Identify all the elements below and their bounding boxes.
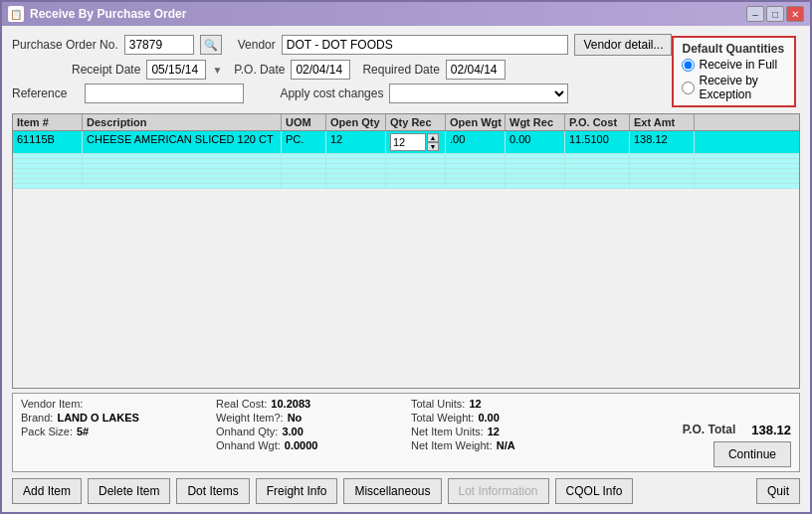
po-number-input[interactable] (124, 35, 194, 55)
cell-po-cost (565, 179, 630, 183)
bottom-section: Vendor Item: Brand: LAND O LAKES Pack Si… (12, 393, 800, 472)
cell-qty-rec (386, 154, 446, 158)
net-item-units-row: Net Item Units: 12 (411, 426, 596, 437)
po-search-button[interactable]: 🔍 (200, 35, 222, 55)
onhand-wgt-row: Onhand Wgt: 0.0000 (216, 439, 401, 451)
freight-info-button[interactable]: Freight Info (256, 478, 338, 504)
net-item-weight-label: Net Item Weight: (411, 439, 493, 451)
cell-qty-rec (386, 179, 446, 183)
cell-uom (282, 154, 326, 158)
cell-description (83, 164, 282, 168)
po-date-label: P.O. Date (234, 63, 285, 77)
cell-qty-rec[interactable]: ▲▼ (386, 131, 446, 153)
apply-cost-label: Apply cost changes (280, 86, 383, 100)
cell-wgt-rec (506, 179, 565, 183)
total-units-label: Total Units: (411, 398, 465, 410)
total-weight-row: Total Weight: 0.00 (411, 412, 596, 424)
receipt-date-input[interactable] (146, 60, 206, 80)
net-item-units-value: 12 (488, 426, 500, 437)
vendor-name-input[interactable] (282, 35, 569, 55)
cell-wgt-rec: 0.00 (506, 131, 565, 153)
info-col-1: Vendor Item: Brand: LAND O LAKES Pack Si… (21, 398, 206, 467)
cell-open-wgt (446, 164, 506, 168)
col-open-qty: Open Qty (326, 114, 386, 130)
receive-full-radio[interactable] (682, 59, 695, 72)
grid-body: 61115BCHEESE AMERICAN SLICED 120 CTPC.12… (13, 131, 799, 189)
cell-uom (282, 164, 326, 168)
receive-exception-label: Receive by Exception (699, 74, 786, 101)
vendor-detail-button[interactable]: Vendor detail... (574, 34, 672, 56)
lot-information-button[interactable]: Lot Information (448, 478, 549, 504)
col-po-cost: P.O. Cost (565, 114, 630, 130)
cell-item (13, 164, 83, 168)
delete-item-button[interactable]: Delete Item (88, 478, 170, 504)
real-cost-label: Real Cost: (216, 398, 267, 410)
cell-ext-amt (630, 169, 695, 173)
vendor-item-row: Vendor Item: (21, 398, 206, 410)
qty-rec-input[interactable] (390, 133, 426, 151)
onhand-qty-row: Onhand Qty: 3.00 (216, 426, 401, 437)
title-bar: 📋 Receive By Purchase Order – □ ✕ (2, 2, 810, 26)
cell-open-wgt (446, 174, 506, 178)
cell-item (13, 174, 83, 178)
cell-po-cost (565, 164, 630, 168)
main-window: 📋 Receive By Purchase Order – □ ✕ Purcha… (0, 0, 812, 514)
miscellaneous-button[interactable]: Miscellaneous (343, 478, 441, 504)
cell-wgt-rec (506, 154, 565, 158)
continue-button[interactable]: Continue (713, 441, 791, 467)
col-qty-rec: Qty Rec (386, 114, 446, 130)
cell-open-wgt (446, 184, 506, 188)
receive-exception-radio[interactable] (682, 82, 695, 94)
cell-wgt-rec (506, 174, 565, 178)
qty-down-button[interactable]: ▼ (427, 142, 439, 151)
apply-cost-dropdown[interactable] (389, 84, 568, 103)
total-units-row: Total Units: 12 (411, 398, 596, 410)
cell-description (83, 174, 282, 178)
po-label: Purchase Order No. (12, 38, 118, 52)
net-item-units-label: Net Item Units: (411, 426, 484, 437)
cell-wgt-rec (506, 164, 565, 168)
reference-label: Reference (12, 86, 67, 100)
cell-uom (282, 184, 326, 188)
cell-description (83, 159, 282, 163)
default-quantities-box: Default Quantities Receive in Full Recei… (672, 36, 796, 107)
top-left-fields: Purchase Order No. 🔍 Vendor Vendor detai… (12, 34, 672, 103)
po-total-row: P.O. Total 138.12 (683, 423, 791, 437)
grid-header: Item # Description UOM Open Qty Qty Rec … (13, 114, 799, 131)
dot-items-button[interactable]: Dot Items (176, 478, 249, 504)
cell-item (13, 169, 83, 173)
add-item-button[interactable]: Add Item (12, 478, 82, 504)
table-row[interactable] (13, 184, 799, 189)
cell-open-qty (326, 154, 386, 158)
qty-up-button[interactable]: ▲ (427, 133, 439, 142)
action-buttons-row: Add Item Delete Item Dot Items Freight I… (12, 478, 800, 504)
table-row[interactable]: 61115BCHEESE AMERICAN SLICED 120 CTPC.12… (13, 131, 799, 154)
required-date-label: Required Date (362, 63, 439, 77)
close-button[interactable]: ✕ (786, 6, 804, 22)
required-date-input[interactable] (446, 60, 506, 80)
cell-ext-amt (630, 179, 695, 183)
cell-item: 61115B (13, 131, 83, 153)
cqol-info-button[interactable]: CQOL Info (555, 478, 634, 504)
cell-ext-amt (630, 159, 695, 163)
cell-po-cost (565, 159, 630, 163)
receive-full-label: Receive in Full (699, 58, 777, 72)
col-ext-amt: Ext Amt (630, 114, 695, 130)
quit-button[interactable]: Quit (756, 478, 800, 504)
cell-open-wgt (446, 154, 506, 158)
cell-qty-rec (386, 169, 446, 173)
cell-item (13, 154, 83, 158)
po-date-input[interactable] (291, 60, 350, 80)
minimize-button[interactable]: – (746, 6, 764, 22)
cell-po-cost (565, 174, 630, 178)
col-wgt-rec: Wgt Rec (506, 114, 565, 130)
col-item-num: Item # (13, 114, 83, 130)
receive-exception-row: Receive by Exception (682, 74, 786, 101)
pack-size-value: 5# (77, 426, 89, 437)
content-area: Purchase Order No. 🔍 Vendor Vendor detai… (2, 26, 810, 512)
restore-button[interactable]: □ (766, 6, 784, 22)
bottom-info-panel: Vendor Item: Brand: LAND O LAKES Pack Si… (12, 393, 800, 472)
reference-input[interactable] (85, 84, 244, 103)
cell-uom (282, 169, 326, 173)
brand-row: Brand: LAND O LAKES (21, 412, 206, 424)
